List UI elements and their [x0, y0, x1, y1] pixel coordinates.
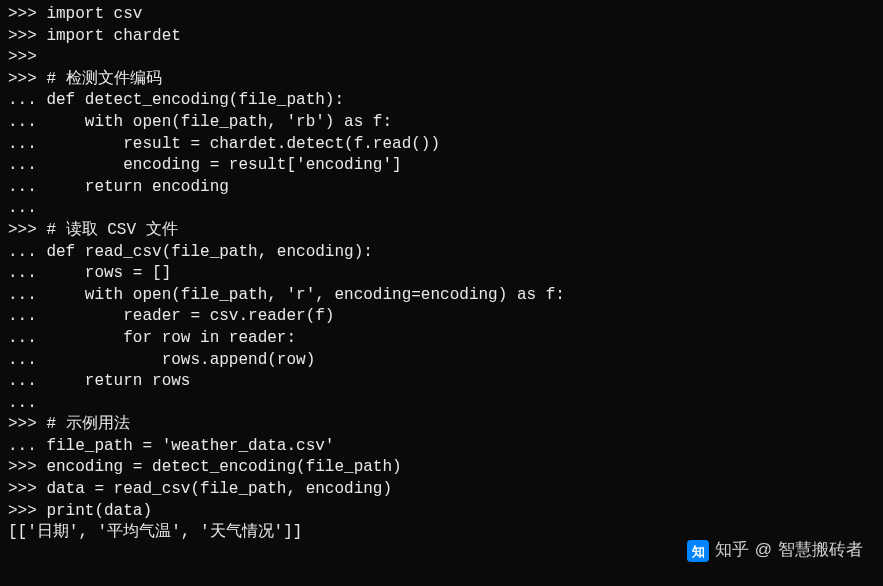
- zhihu-icon: 知: [687, 540, 709, 562]
- repl-prompt: >>>: [8, 220, 46, 242]
- code-text: import chardet: [46, 26, 180, 48]
- watermark-username: 智慧搬砖者: [778, 539, 863, 562]
- terminal-line: >>> # 检测文件编码: [8, 69, 875, 91]
- repl-prompt: >>>: [8, 47, 37, 69]
- watermark-brand: 知乎: [715, 539, 749, 562]
- repl-prompt: ...: [8, 350, 46, 372]
- terminal-line: >>> import csv: [8, 4, 875, 26]
- repl-prompt: ...: [8, 177, 46, 199]
- repl-prompt: >>>: [8, 4, 46, 26]
- code-text: def read_csv(file_path, encoding):: [46, 242, 372, 264]
- terminal-line: ... with open(file_path, 'r', encoding=e…: [8, 285, 875, 307]
- terminal-line: ... def detect_encoding(file_path):: [8, 90, 875, 112]
- terminal-line: ... return encoding: [8, 177, 875, 199]
- code-text: rows.append(row): [46, 350, 315, 372]
- code-text: # 示例用法: [46, 414, 129, 436]
- terminal-line: ...: [8, 393, 875, 415]
- repl-prompt: ...: [8, 393, 37, 415]
- repl-prompt: ...: [8, 285, 46, 307]
- repl-prompt: ...: [8, 198, 37, 220]
- terminal-line: ... reader = csv.reader(f): [8, 306, 875, 328]
- terminal-line: ... file_path = 'weather_data.csv': [8, 436, 875, 458]
- terminal-line: ... rows.append(row): [8, 350, 875, 372]
- repl-prompt: >>>: [8, 501, 46, 523]
- repl-prompt: ...: [8, 242, 46, 264]
- code-text: print(data): [46, 501, 152, 523]
- svg-text:知: 知: [690, 543, 704, 558]
- code-text: # 检测文件编码: [46, 69, 161, 91]
- code-text: rows = []: [46, 263, 171, 285]
- terminal-line: ... def read_csv(file_path, encoding):: [8, 242, 875, 264]
- code-text: encoding = detect_encoding(file_path): [46, 457, 401, 479]
- terminal-line: ... return rows: [8, 371, 875, 393]
- code-text: with open(file_path, 'r', encoding=encod…: [46, 285, 564, 307]
- terminal-line: ... with open(file_path, 'rb') as f:: [8, 112, 875, 134]
- repl-prompt: ...: [8, 371, 46, 393]
- code-text: with open(file_path, 'rb') as f:: [46, 112, 392, 134]
- repl-prompt: ...: [8, 134, 46, 156]
- terminal-line: >>> # 读取 CSV 文件: [8, 220, 875, 242]
- repl-prompt: >>>: [8, 414, 46, 436]
- terminal-line: >>> data = read_csv(file_path, encoding): [8, 479, 875, 501]
- terminal-line: ... encoding = result['encoding']: [8, 155, 875, 177]
- repl-prompt: ...: [8, 436, 46, 458]
- terminal-line: >>> encoding = detect_encoding(file_path…: [8, 457, 875, 479]
- repl-prompt: ...: [8, 328, 46, 350]
- repl-prompt: ...: [8, 155, 46, 177]
- repl-prompt: ...: [8, 306, 46, 328]
- terminal-line: >>> # 示例用法: [8, 414, 875, 436]
- repl-prompt: >>>: [8, 479, 46, 501]
- terminal-line: >>>: [8, 47, 875, 69]
- terminal-line: ... for row in reader:: [8, 328, 875, 350]
- watermark-at: @: [755, 539, 772, 562]
- watermark: 知 知乎 @ 智慧搬砖者: [687, 539, 863, 562]
- code-text: reader = csv.reader(f): [46, 306, 334, 328]
- repl-prompt: >>>: [8, 69, 46, 91]
- code-text: import csv: [46, 4, 142, 26]
- repl-prompt: ...: [8, 90, 46, 112]
- code-text: return encoding: [46, 177, 228, 199]
- code-text: file_path = 'weather_data.csv': [46, 436, 334, 458]
- repl-prompt: ...: [8, 263, 46, 285]
- code-text: encoding = result['encoding']: [46, 155, 401, 177]
- terminal-line: ... result = chardet.detect(f.read()): [8, 134, 875, 156]
- code-text: # 读取 CSV 文件: [46, 220, 177, 242]
- terminal-line: >>> import chardet: [8, 26, 875, 48]
- repl-prompt: >>>: [8, 457, 46, 479]
- code-text: def detect_encoding(file_path):: [46, 90, 344, 112]
- code-text: result = chardet.detect(f.read()): [46, 134, 440, 156]
- terminal-output: >>> import csv>>> import chardet>>>>>> #…: [8, 4, 875, 544]
- terminal-line: ...: [8, 198, 875, 220]
- repl-prompt: >>>: [8, 26, 46, 48]
- code-text: [['日期', '平均气温', '天气情况']]: [8, 522, 302, 544]
- code-text: data = read_csv(file_path, encoding): [46, 479, 392, 501]
- code-text: return rows: [46, 371, 190, 393]
- terminal-line: >>> print(data): [8, 501, 875, 523]
- code-text: for row in reader:: [46, 328, 296, 350]
- repl-prompt: ...: [8, 112, 46, 134]
- terminal-line: ... rows = []: [8, 263, 875, 285]
